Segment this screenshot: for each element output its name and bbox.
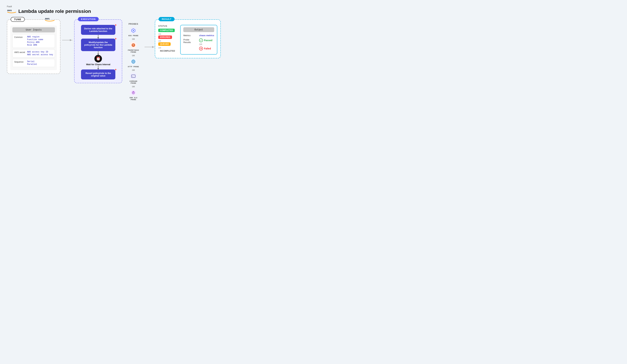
chaos-to-step3-arrow [98, 66, 98, 69]
probe-failed: ✕ Failed [199, 47, 212, 50]
result-or-3: OR [158, 47, 177, 49]
tune-field-serial: Serial [27, 60, 37, 63]
command-probe-label: COMMANDPROBE [129, 81, 137, 84]
tune-section: TUNE aws User Inputs Common AWS region F… [7, 19, 60, 74]
aws-logo-icon: aws [7, 8, 16, 14]
title-row: aws Lambda update role permission [7, 8, 244, 14]
svg-text:aws: aws [7, 9, 12, 12]
status-queued-badge: QUEUED [158, 42, 170, 46]
arrow-line [62, 40, 72, 40]
output-probe-results-label: ProbeResults [183, 39, 197, 44]
status-errored-badge: ERRORED [158, 36, 172, 39]
step2-corner-icon: ✦ [114, 37, 117, 41]
probe-or-1: OR [132, 38, 135, 40]
prometheus-probe-label: PROMETHEUSPROBE [128, 49, 139, 53]
tune-field-secret-access-key: AWS secret access key [27, 53, 53, 56]
k8s-probe-icon [130, 27, 137, 34]
execution-step-3-text: Revert policy/role to the original value [86, 72, 111, 77]
svg-rect-5 [133, 44, 133, 46]
probe-or-2: OR [132, 54, 135, 57]
prometheus-probe-icon [130, 42, 137, 49]
result-inner: STATUS COMPLETED OR ERRORED OR QUEUED OR… [158, 23, 217, 54]
tune-to-execution-arrow [60, 19, 74, 40]
tune-inner: User Inputs Common AWS region Function n… [10, 26, 57, 70]
page-title: Lambda update role permission [18, 8, 91, 14]
http-probe-icon [130, 58, 137, 65]
tune-field-access-key-id: AWS access key ID [27, 51, 53, 53]
tune-group-common: Common AWS region Function name Policy A… [12, 34, 55, 48]
probes-list: K8S PROBE OR PROMETHEUSPROBE OR [124, 27, 143, 101]
http-probe-label: HTTP PROBE [128, 66, 139, 68]
execution-step-2: ✦ Modify/update the policy/role for the … [81, 39, 115, 51]
output-metrics-label: Metrics [183, 34, 197, 37]
svg-text:aws: aws [45, 17, 50, 20]
page-header: Fault aws Lambda update role permission [7, 5, 244, 14]
user-inputs-header: User Inputs [12, 27, 55, 32]
execution-steps: ✦ Derive role attached to the Lambda fun… [78, 23, 119, 79]
status-incompleted-badge: INCOMPLETED [158, 49, 177, 53]
tune-group-sequence-label: Sequence [14, 60, 25, 63]
svg-point-14 [133, 92, 134, 93]
probes-section-label: PROBES [124, 23, 143, 25]
svg-text:>_: >_ [132, 76, 134, 77]
step2-to-chaos-arrow [98, 51, 98, 55]
output-box-header: Output [183, 27, 214, 32]
passed-check-icon: ✓ [199, 39, 203, 42]
tune-group-sequence: Sequence Serial Parallel [12, 59, 55, 67]
output-metrics-row: Metrics chaos metrics [183, 34, 214, 37]
arrow-line-2 [145, 47, 155, 47]
probes-section: PROBES K8S PROBE OR [122, 19, 145, 101]
probe-item-k8s: K8S PROBE [128, 27, 139, 37]
result-status: STATUS COMPLETED OR ERRORED OR QUEUED OR… [158, 25, 177, 54]
result-section: RESULT STATUS COMPLETED OR ERRORED OR QU… [155, 19, 220, 58]
result-or-1: OR [158, 33, 177, 35]
svg-point-3 [133, 30, 134, 31]
probe-item-http: HTTP PROBE [128, 58, 139, 68]
srm-probe-icon [130, 89, 137, 96]
execution-chaos-step: ⏰ Wait for Chaos Interval [86, 55, 110, 66]
execution-chaos-text: Wait for Chaos Interval [86, 63, 110, 66]
step3-corner-icon: ✦ [114, 68, 117, 71]
tune-group-common-label: Common [14, 36, 25, 39]
failed-x-icon: ✕ [199, 47, 203, 50]
output-or: OR [199, 43, 212, 46]
tune-section-label: TUNE [11, 17, 25, 22]
result-status-title: STATUS [158, 25, 177, 27]
probe-results-col: ✓ Passed OR ✕ Failed [199, 39, 212, 50]
execution-section: EXECUTION ✦ Derive role attached to the … [74, 19, 122, 83]
tune-group-aws-secret-label: AWS secret [14, 51, 25, 53]
command-probe-icon: >_ [130, 73, 137, 80]
failed-label: Failed [204, 47, 211, 50]
srm-probe-label: SRM SLOPROBE [129, 97, 137, 101]
aws-badge-icon: aws [45, 17, 55, 23]
tune-group-common-fields: AWS region Function name Policy ARN Role… [27, 36, 43, 46]
probe-item-command: >_ COMMANDPROBE [129, 73, 137, 84]
step1-to-step2-arrow [98, 35, 98, 39]
tune-field-parallel: Parallel [27, 63, 37, 66]
probes-to-result-arrow [145, 19, 155, 47]
chaos-clock-icon: ⏰ [94, 55, 102, 62]
status-completed-badge: COMPLETED [158, 29, 175, 32]
tune-group-aws-secret-fields: AWS access key ID AWS secret access key [27, 51, 53, 56]
probe-item-prometheus: PROMETHEUSPROBE [128, 42, 139, 53]
result-section-label: RESULT [158, 17, 175, 21]
svg-rect-6 [134, 45, 134, 46]
probe-passed: ✓ Passed [199, 39, 212, 42]
execution-step-1: ✦ Derive role attached to the Lambda fun… [81, 25, 115, 35]
tune-field-function-name: Function name [27, 39, 43, 41]
tune-field-policy-arn: Policy ARN [27, 41, 43, 44]
output-box: Output Metrics chaos metrics ProbeResult… [180, 25, 217, 54]
probe-or-4: OR [132, 86, 135, 88]
tune-field-aws-region: AWS region [27, 36, 43, 38]
result-or-2: OR [158, 40, 177, 42]
tune-group-sequence-fields: Serial Parallel [27, 60, 37, 66]
execution-section-label: EXECUTION [78, 17, 99, 21]
step1-corner-icon: ✦ [114, 24, 117, 27]
execution-step-1-text: Derive role attached to the Lambda funct… [84, 27, 112, 32]
passed-label: Passed [204, 39, 212, 42]
tune-field-role-arn: Role ARN [27, 44, 43, 46]
execution-step-2-text: Modify/update the policy/role for the La… [84, 41, 112, 49]
tune-group-aws-secret: AWS secret AWS access key ID AWS secret … [12, 49, 55, 57]
probe-or-3: OR [132, 69, 135, 71]
output-probe-results-row: ProbeResults ✓ Passed OR ✕ Failed [183, 39, 214, 50]
